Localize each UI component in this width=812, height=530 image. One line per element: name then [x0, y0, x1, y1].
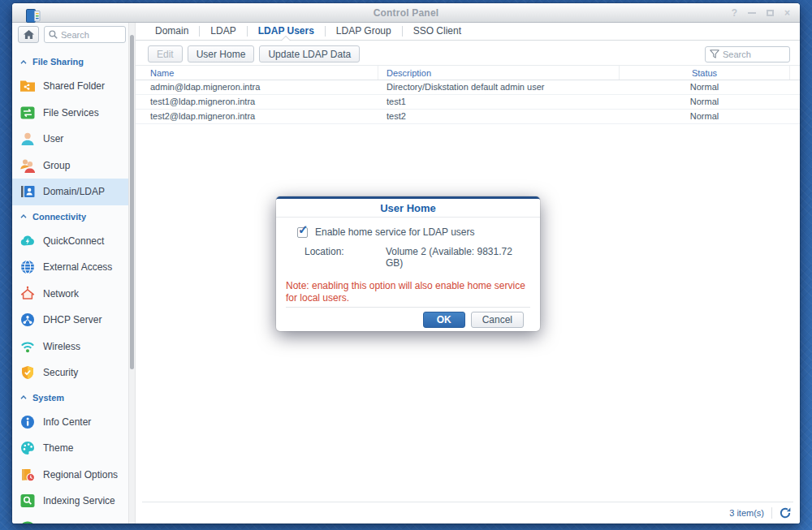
location-value: Volume 2 (Available: 9831.72 GB) — [386, 246, 530, 269]
sidebar-item-dhcp-server[interactable]: DHCP Server — [12, 307, 128, 334]
tab-ldap-users[interactable]: LDAP Users — [248, 23, 325, 40]
user-icon — [19, 131, 36, 147]
home-button[interactable] — [18, 26, 39, 43]
ok-button[interactable]: OK — [423, 312, 465, 328]
table-search-input[interactable] — [723, 50, 784, 59]
sidebar-search[interactable] — [44, 26, 126, 43]
edit-button[interactable]: Edit — [148, 45, 183, 62]
sidebar-item-label: User — [43, 133, 63, 144]
tab-sso-client[interactable]: SSO Client — [403, 23, 472, 40]
dialog-body: ✓ Enable home service for LDAP users Loc… — [276, 218, 540, 307]
section-file-sharing[interactable]: File Sharing — [12, 50, 128, 73]
domain-ldap-icon — [19, 183, 36, 200]
sidebar-item-label: Regional Options — [43, 469, 118, 480]
section-connectivity[interactable]: Connectivity — [12, 205, 128, 228]
sidebar-item-domain-ldap[interactable]: Domain/LDAP — [12, 179, 128, 205]
refresh-icon — [780, 507, 791, 519]
column-header-description[interactable]: Description — [378, 66, 619, 80]
tab-bar: Domain LDAP LDAP Users LDAP Group SSO Cl… — [136, 23, 800, 41]
table-row[interactable]: admin@ldap.migneron.intra Directory/Disk… — [136, 80, 800, 95]
tab-ldap-group[interactable]: LDAP Group — [326, 23, 402, 40]
cell-description: test1 — [378, 95, 619, 109]
file-services-icon — [19, 105, 36, 121]
network-icon — [19, 286, 36, 302]
sidebar-item-external-access[interactable]: External Access — [12, 254, 128, 281]
tab-ldap[interactable]: LDAP — [200, 23, 246, 40]
table-header: Name Description Status — [136, 65, 800, 80]
enable-home-service-row: ✓ Enable home service for LDAP users — [297, 225, 530, 239]
sidebar-item-security[interactable]: Security — [12, 360, 128, 386]
cancel-button[interactable]: Cancel — [471, 312, 524, 328]
help-icon[interactable]: ? — [732, 8, 737, 18]
cell-name: test1@ldap.migneron.intra — [136, 95, 378, 109]
sidebar-item-label: Indexing Service — [43, 495, 115, 506]
sidebar-item-label: Group — [43, 160, 70, 171]
sidebar-item-label: Wireless — [43, 341, 80, 352]
enable-home-service-checkbox[interactable]: ✓ — [297, 227, 308, 238]
sidebar-item-label: Info Center — [43, 416, 91, 428]
user-home-button[interactable]: User Home — [188, 45, 255, 62]
section-label: Connectivity — [32, 212, 86, 222]
sidebar-item-info-center[interactable]: Info Center — [12, 409, 128, 436]
section-system[interactable]: System — [12, 386, 128, 409]
titlebar[interactable]: Control Panel ? × — [12, 3, 800, 23]
tab-domain[interactable]: Domain — [145, 23, 199, 40]
update-ldap-data-button[interactable]: Update LDAP Data — [259, 45, 360, 62]
chevron-up-icon — [20, 60, 27, 64]
sidebar-item-theme[interactable]: Theme — [12, 435, 128, 462]
column-header-status[interactable]: Status — [619, 66, 790, 80]
sidebar-item-label: File Services — [43, 107, 99, 118]
sidebar-item-indexing-service[interactable]: Indexing Service — [12, 488, 128, 515]
sidebar-item-wireless[interactable]: Wireless — [12, 334, 128, 360]
sidebar-item-quickconnect[interactable]: QuickConnect — [12, 228, 128, 255]
sidebar-item-file-services[interactable]: File Services — [12, 100, 128, 127]
sidebar-item-label: Network — [43, 288, 79, 299]
cell-name: test2@ldap.migneron.intra — [136, 110, 378, 123]
sidebar-item-label: External Access — [43, 261, 112, 273]
sidebar-item-network[interactable]: Network — [12, 281, 128, 308]
cell-status: Normal — [619, 80, 790, 94]
close-icon[interactable]: × — [784, 8, 790, 18]
table-search[interactable] — [705, 46, 790, 62]
notification-icon — [19, 519, 36, 524]
checkbox-label: Enable home service for LDAP users — [315, 226, 475, 238]
sidebar-item-label: Theme — [43, 442, 73, 454]
column-header-name[interactable]: Name — [136, 66, 378, 80]
sidebar-item-label: Notification — [43, 522, 91, 524]
checkmark-icon: ✓ — [298, 222, 309, 237]
external-access-icon — [19, 259, 36, 275]
sidebar-search-input[interactable] — [61, 30, 119, 40]
filter-funnel-icon — [710, 50, 719, 58]
location-row: Location: Volume 2 (Available: 9831.72 G… — [304, 246, 530, 269]
scrollbar-thumb[interactable] — [130, 35, 134, 369]
wireless-icon — [19, 338, 36, 355]
desktop-background: Control Panel ? × — [0, 0, 812, 530]
table-row[interactable]: test2@ldap.migneron.intra test2 Normal — [136, 110, 800, 124]
cell-status: Normal — [619, 95, 790, 109]
header-padding — [790, 66, 800, 80]
window-controls: ? × — [732, 3, 790, 22]
sidebar-item-notification[interactable]: Notification — [12, 515, 128, 524]
section-label: File Sharing — [32, 57, 84, 67]
sidebar-scrollbar[interactable] — [128, 23, 136, 524]
sidebar-item-regional-options[interactable]: Regional Options — [12, 462, 128, 489]
info-center-icon — [19, 414, 36, 430]
minimize-icon[interactable] — [748, 12, 756, 14]
maximize-icon[interactable] — [767, 10, 774, 16]
refresh-button[interactable] — [780, 507, 791, 519]
search-icon — [49, 30, 58, 39]
sidebar-item-group[interactable]: Group — [12, 153, 128, 179]
dialog-title[interactable]: User Home — [276, 199, 540, 218]
item-count: 3 item(s) — [729, 508, 764, 518]
sidebar-item-shared-folder[interactable]: Shared Folder — [12, 73, 128, 100]
sidebar-item-label: Domain/LDAP — [43, 186, 105, 197]
home-icon — [24, 30, 34, 40]
table-row[interactable]: test1@ldap.migneron.intra test1 Normal — [136, 95, 800, 110]
user-home-dialog: User Home ✓ Enable home service for LDAP… — [276, 196, 540, 331]
dialog-note: Note: enabling this option will also ena… — [286, 280, 530, 304]
sidebar-header — [12, 23, 128, 45]
chevron-up-icon — [20, 395, 27, 399]
security-icon — [19, 364, 36, 381]
sidebar-item-user[interactable]: User — [12, 126, 128, 153]
cell-description: test2 — [378, 110, 619, 123]
